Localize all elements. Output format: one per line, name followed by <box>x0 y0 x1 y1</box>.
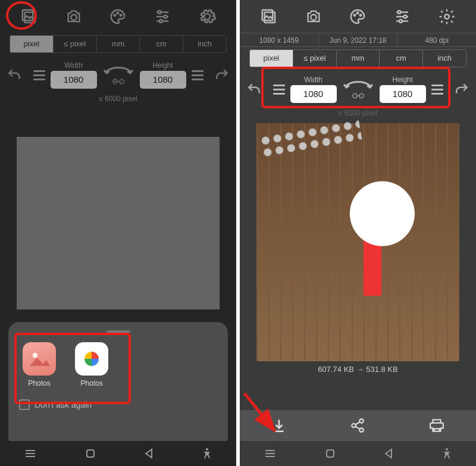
svg-point-7 <box>164 15 167 18</box>
height-menu-icon[interactable] <box>190 68 205 82</box>
nav-recents-icon[interactable] <box>24 449 36 458</box>
tab-inch[interactable]: inch <box>183 36 226 52</box>
svg-point-18 <box>354 14 356 16</box>
svg-point-3 <box>114 14 116 16</box>
svg-point-22 <box>404 15 407 18</box>
tab-mm[interactable]: mm <box>337 50 380 67</box>
gallery-app-icon <box>23 342 56 376</box>
download-button[interactable] <box>267 418 291 433</box>
swap-box <box>101 64 136 86</box>
info-date: Jun 9, 2022 17:18 <box>319 33 398 46</box>
tab-le-pixel[interactable]: ≤ pixel <box>54 36 97 52</box>
right-screen: 1080 x 1459 Jun 9, 2022 17:18 480 dpi pi… <box>240 0 476 466</box>
svg-point-8 <box>159 20 162 23</box>
palette-icon[interactable] <box>347 7 368 27</box>
undo-button[interactable] <box>246 82 262 97</box>
swap-icon[interactable] <box>340 79 376 90</box>
tab-cm[interactable]: cm <box>140 36 183 52</box>
sheet-apps: Photos Photos <box>17 339 220 393</box>
nav-back-icon[interactable] <box>384 448 393 459</box>
info-dpi: 480 dpi <box>397 33 476 46</box>
svg-point-29 <box>352 424 356 428</box>
sliders-icon[interactable] <box>392 7 412 27</box>
toolbar-right <box>240 0 476 33</box>
dimension-row-right: Width 1080 Height 1080 <box>246 72 470 107</box>
left-screen: pixel ≤ pixel mm cm inch Width 1080 <box>0 0 236 466</box>
print-button[interactable] <box>425 418 449 433</box>
gallery-icon[interactable] <box>259 7 279 27</box>
svg-point-12 <box>33 353 37 358</box>
svg-point-4 <box>117 12 119 14</box>
nav-recents-icon[interactable] <box>264 449 276 458</box>
checkbox-icon[interactable] <box>19 399 30 410</box>
svg-point-19 <box>357 12 359 14</box>
tab-pixel[interactable]: pixel <box>10 36 54 52</box>
svg-point-14 <box>206 448 208 451</box>
gear-icon[interactable] <box>437 7 457 27</box>
svg-rect-31 <box>327 450 334 457</box>
swap-icon[interactable] <box>101 64 136 76</box>
palette-icon[interactable] <box>108 7 128 27</box>
dimension-core: Width 1080 Height 1080 <box>23 58 214 92</box>
height-label: Height <box>152 61 173 70</box>
width-input[interactable]: 1080 <box>51 71 97 89</box>
width-label: Width <box>304 76 322 84</box>
limit-text: ≤ 6000 pixel <box>240 109 476 117</box>
google-photos-icon <box>75 342 108 376</box>
width-menu-icon[interactable] <box>271 83 287 96</box>
nav-accessibility-icon[interactable] <box>442 448 452 459</box>
svg-point-21 <box>398 11 401 14</box>
svg-point-32 <box>446 448 448 451</box>
camera-icon[interactable] <box>64 7 84 27</box>
dont-ask-label: Don't ask again <box>35 400 92 409</box>
nav-home-icon[interactable] <box>325 448 336 459</box>
nav-home-icon[interactable] <box>85 448 96 459</box>
sliders-icon[interactable] <box>152 7 173 27</box>
svg-point-28 <box>360 419 364 423</box>
width-menu-icon[interactable] <box>32 68 47 82</box>
gear-icon[interactable] <box>197 7 217 27</box>
tab-inch[interactable]: inch <box>423 50 466 67</box>
app2-label: Photos <box>73 379 111 387</box>
app-gallery-photos[interactable]: Photos <box>20 342 58 387</box>
link-icon[interactable] <box>112 77 125 86</box>
share-button[interactable] <box>346 418 369 433</box>
toolbar <box>0 0 236 33</box>
width-input[interactable]: 1080 <box>290 85 337 103</box>
height-field: Height 1080 <box>140 61 186 89</box>
dont-ask-row[interactable]: Don't ask again <box>17 399 220 410</box>
size-text: 607.74 KB → 531.8 KB <box>240 365 476 374</box>
nav-accessibility-icon[interactable] <box>202 448 212 459</box>
info-resolution: 1080 x 1459 <box>240 33 319 46</box>
tab-pixel[interactable]: pixel <box>250 50 293 67</box>
svg-point-30 <box>360 428 364 432</box>
app1-label: Photos <box>20 379 58 387</box>
width-label: Width <box>64 61 83 70</box>
image-preview[interactable] <box>256 123 459 361</box>
height-input[interactable]: 1080 <box>140 71 186 89</box>
tab-le-pixel[interactable]: ≤ pixel <box>293 50 337 67</box>
nav-back-icon[interactable] <box>144 448 154 459</box>
svg-point-2 <box>71 14 76 20</box>
unit-tabs: pixel ≤ pixel mm cm inch <box>10 35 227 53</box>
tab-mm[interactable]: mm <box>97 36 140 52</box>
gallery-icon[interactable] <box>19 7 39 27</box>
redo-button[interactable] <box>453 82 470 97</box>
app-google-photos[interactable]: Photos <box>73 342 111 387</box>
sheet-handle-icon[interactable] <box>107 330 130 333</box>
app-picker-sheet: Photos Photos Don't ask again <box>8 322 228 441</box>
width-field: Width 1080 <box>51 61 97 89</box>
tab-cm[interactable]: cm <box>380 50 423 67</box>
undo-button[interactable] <box>6 67 23 83</box>
svg-point-5 <box>120 14 122 16</box>
height-label: Height <box>392 76 413 84</box>
svg-point-20 <box>360 14 362 16</box>
unit-tabs-right: pixel ≤ pixel mm cm inch <box>249 49 466 67</box>
image-canvas[interactable] <box>17 137 220 309</box>
redo-button[interactable] <box>214 67 230 83</box>
height-menu-icon[interactable] <box>430 83 445 96</box>
svg-point-17 <box>311 14 316 20</box>
camera-icon[interactable] <box>303 7 324 27</box>
link-icon[interactable] <box>352 92 365 100</box>
height-input[interactable]: 1080 <box>380 85 426 103</box>
